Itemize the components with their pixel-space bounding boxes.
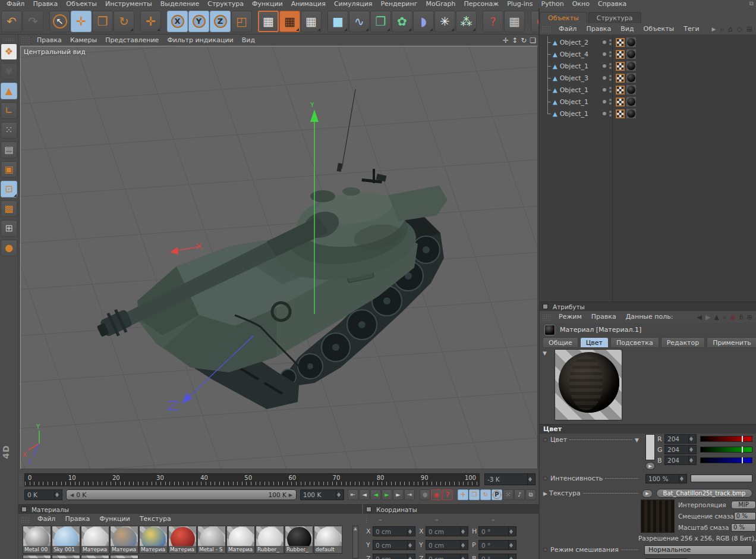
materials-scrollbar[interactable]: ▲ — [352, 526, 358, 558]
viewport-canvas[interactable]: Y Y X Z Центральный в — [20, 46, 538, 469]
coordinate-field[interactable]: 0 cm — [426, 554, 468, 559]
attribute-tab[interactable]: Цвет — [580, 337, 609, 348]
material-tag-icon[interactable] — [626, 85, 636, 95]
object-row[interactable]: ▲ Object_3 — [540, 72, 756, 84]
column-dropdown[interactable]: – — [427, 516, 483, 523]
menu-item[interactable]: Текстура — [135, 515, 176, 523]
material-tile-partial[interactable] — [110, 555, 138, 559]
live-selection-button[interactable]: ↖ — [49, 11, 70, 32]
coordinate-field[interactable]: 0 cm — [373, 526, 415, 536]
attributes-titlebar[interactable]: Атрибуты — [540, 302, 756, 311]
add-subdivision-button[interactable]: ❐ — [370, 11, 391, 32]
menu-item[interactable]: Правка — [587, 313, 621, 321]
uvw-tag-icon[interactable] — [616, 109, 625, 118]
uvw-tag-icon[interactable] — [616, 98, 625, 106]
material-tile-partial[interactable] — [81, 555, 109, 559]
search-icon[interactable]: ⌕ — [723, 313, 726, 321]
material-tag-icon[interactable] — [626, 61, 636, 71]
next-frame-button[interactable]: ► — [393, 489, 404, 500]
spinner[interactable] — [407, 541, 412, 549]
menu-item[interactable]: Объекты — [62, 0, 101, 8]
spinner[interactable] — [460, 541, 465, 549]
material-preview[interactable] — [555, 349, 622, 420]
tweak-mode-button[interactable]: ⊡ — [1, 181, 17, 197]
enable-dot[interactable] — [603, 64, 606, 68]
link-icon[interactable]: 8 — [739, 313, 744, 321]
history-back-icon[interactable]: ◀ — [697, 313, 702, 321]
goto-end-button[interactable]: ⇥ — [404, 489, 415, 500]
material-tile[interactable]: Материа — [139, 526, 168, 554]
material-tag-icon[interactable] — [626, 49, 636, 59]
spinner[interactable] — [407, 527, 412, 536]
material-tag-icon[interactable] — [626, 73, 636, 83]
render-settings-button[interactable]: ▦ — [301, 11, 322, 32]
menu-item[interactable]: Представление — [101, 36, 163, 45]
menu-item[interactable]: Объекты — [639, 25, 679, 33]
expand-icon[interactable]: ▶ — [543, 491, 547, 497]
timeline-offset-field[interactable]: -3 K — [484, 473, 536, 485]
object-row[interactable]: ▲ Object_4 — [540, 48, 756, 60]
blend-mode-dropdown[interactable]: Нормальное — [644, 545, 752, 555]
attribute-tab[interactable]: Общие — [543, 337, 578, 348]
menu-item[interactable]: Режим — [554, 313, 587, 321]
search-icon[interactable]: ⌕ — [720, 25, 724, 33]
help-button[interactable]: ? — [483, 11, 503, 32]
menu-item[interactable]: Инструменты — [101, 0, 156, 8]
convert-editable-button[interactable]: ❖ — [1, 43, 17, 60]
coordinate-system-button[interactable]: ◰ — [231, 11, 252, 32]
menu-item[interactable]: Структура — [203, 0, 248, 8]
enable-dot[interactable] — [603, 112, 606, 115]
menu-item[interactable]: Окно — [568, 0, 594, 8]
spinner[interactable] — [460, 527, 465, 536]
uvw-tag-icon[interactable] — [616, 86, 625, 95]
interpolation-dropdown[interactable]: MIP — [731, 501, 756, 509]
render-visibility-dot[interactable] — [609, 102, 612, 105]
key-pla-button[interactable]: ⁙ — [503, 489, 514, 500]
object-row[interactable]: ▲ Object_1 — [540, 108, 756, 120]
menu-item[interactable]: Теги — [679, 25, 704, 33]
add-layer-icon[interactable]: ⊞ — [746, 25, 752, 33]
object-name[interactable]: Object_2 — [560, 39, 597, 46]
channel-value-field[interactable]: 204 — [664, 456, 697, 465]
enable-dot[interactable] — [603, 40, 606, 44]
sound-button[interactable]: ♪ — [514, 489, 525, 500]
window-icon[interactable]: ⧉ — [749, 0, 754, 7]
up-level-icon[interactable]: ▲ — [714, 313, 719, 321]
move-button[interactable]: ✛ — [71, 11, 92, 32]
prev-frame-button[interactable]: ◄ — [359, 489, 370, 500]
coordinate-field[interactable]: 0 cm — [426, 526, 468, 536]
uvw-tag-icon[interactable] — [616, 62, 625, 71]
key-scale-button[interactable]: ❒ — [469, 489, 480, 500]
editor-visibility-dot[interactable] — [609, 63, 612, 65]
scale-button[interactable]: ❒ — [92, 11, 113, 32]
menu-item[interactable]: Рендеринг — [376, 0, 421, 8]
view-zoom-icon[interactable]: ↕ — [512, 36, 518, 45]
object-name[interactable]: Object_1 — [560, 86, 597, 94]
drag-handle-icon[interactable] — [2, 38, 15, 41]
record-objects-button[interactable]: ● — [420, 489, 430, 500]
intensity-slider[interactable] — [691, 475, 752, 482]
menu-item[interactable]: Выделение — [156, 0, 204, 8]
key-parameter-button[interactable]: P — [492, 489, 502, 500]
render-visibility-dot[interactable] — [609, 90, 612, 93]
render-visibility-dot[interactable] — [609, 67, 612, 69]
render-visibility-dot[interactable] — [609, 114, 612, 117]
model-mode-button[interactable]: ▲ — [1, 83, 17, 99]
new-panel-icon[interactable]: ⊞ — [747, 313, 752, 321]
keyframe-selection-button[interactable]: ⧉ — [525, 489, 536, 500]
menu-item[interactable]: Правка — [581, 25, 616, 33]
material-tile[interactable]: Материа — [110, 526, 138, 554]
uvw-tag-icon[interactable] — [616, 38, 625, 47]
edges-mode-button[interactable]: ▤ — [1, 142, 17, 158]
object-row[interactable]: ▲ Object_1 — [540, 84, 756, 96]
channel-gradient-slider[interactable] — [700, 436, 752, 442]
enable-dot[interactable] — [603, 76, 606, 80]
channel-gradient-slider[interactable] — [700, 447, 752, 453]
menu-item[interactable]: Правка — [29, 0, 62, 8]
key-rotation-button[interactable]: ↻ — [480, 489, 491, 500]
enable-dot[interactable] — [603, 52, 606, 56]
material-tile[interactable]: Metal - S — [197, 526, 226, 554]
menu-item[interactable]: MoGraph — [422, 0, 460, 8]
material-thumb-icon[interactable] — [544, 325, 555, 335]
add-particles-button[interactable]: ✳ — [434, 11, 455, 32]
